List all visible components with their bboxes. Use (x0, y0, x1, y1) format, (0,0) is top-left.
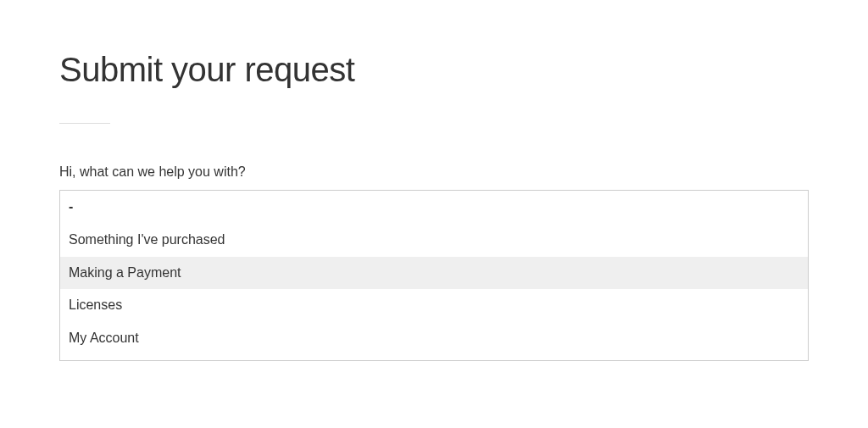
topic-option-3[interactable]: My Account (60, 322, 808, 355)
topic-option-0[interactable]: Something I've purchased (60, 224, 808, 257)
topic-option-2[interactable]: Licenses (60, 289, 808, 322)
topic-option-1[interactable]: Making a Payment (60, 257, 808, 290)
topic-field-label: Hi, what can we help you with? (59, 164, 809, 180)
topic-option-placeholder[interactable]: - (60, 191, 808, 224)
page-title: Submit your request (59, 51, 809, 89)
topic-option-4[interactable]: Invoices and Tax (60, 355, 808, 361)
topic-dropdown[interactable]: - Something I've purchased Making a Paym… (59, 190, 809, 361)
divider (59, 123, 110, 124)
